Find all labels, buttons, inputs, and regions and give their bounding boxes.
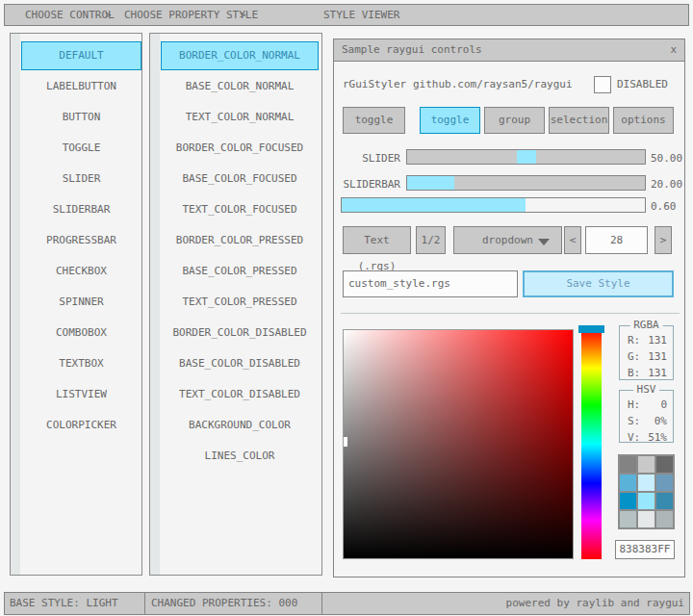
progressbar-value: 0.60 bbox=[651, 200, 677, 213]
swatch-border-pressed[interactable] bbox=[620, 493, 636, 509]
hsv-v-value: 51% bbox=[648, 429, 667, 446]
swatch-base-disabled[interactable] bbox=[638, 511, 654, 527]
list-item-border-color-focused[interactable]: BORDER_COLOR_FOCUSED bbox=[161, 134, 319, 163]
list-item-base-color-normal[interactable]: BASE_COLOR_NORMAL bbox=[161, 72, 319, 101]
progressbar bbox=[341, 197, 646, 213]
spinner-increment-button[interactable]: > bbox=[654, 226, 672, 254]
toggle-button[interactable]: toggle bbox=[343, 107, 405, 134]
swatch-border-disabled[interactable] bbox=[620, 511, 636, 527]
toggle-group-item-options[interactable]: options bbox=[613, 107, 674, 134]
list-item-background-color[interactable]: BACKGROUND_COLOR bbox=[161, 411, 319, 440]
separator-line bbox=[341, 313, 680, 314]
list-item-base-color-disabled[interactable]: BASE_COLOR_DISABLED bbox=[161, 349, 319, 378]
list-item-text-color-normal[interactable]: TEXT_COLOR_NORMAL bbox=[161, 103, 319, 132]
swatch-border-normal[interactable] bbox=[620, 456, 636, 473]
list-item-border-color-pressed[interactable]: BORDER_COLOR_PRESSED bbox=[161, 226, 319, 255]
list-item-textbox[interactable]: TEXTBOX bbox=[21, 349, 141, 378]
list-item-slider[interactable]: SLIDER bbox=[21, 165, 141, 193]
rgba-groupbox-title: RGBA bbox=[629, 320, 663, 331]
sliderbar-value: 20.00 bbox=[651, 178, 682, 191]
toggle-group-item-selection[interactable]: selection bbox=[549, 107, 609, 134]
toggle-group-item-toggle[interactable]: toggle bbox=[420, 107, 480, 134]
sliderbar-label: SLIDERBAR bbox=[334, 178, 400, 191]
list-item-listview[interactable]: LISTVIEW bbox=[21, 380, 141, 409]
close-icon[interactable]: x bbox=[670, 39, 677, 61]
spinner-value-box[interactable]: 28 bbox=[585, 226, 648, 254]
top-breadcrumb-bar: CHOOSE CONTROL > CHOOSE PROPERTY STYLE >… bbox=[4, 4, 689, 26]
toggle-group-item-group[interactable]: group bbox=[484, 107, 545, 134]
dropdown-select[interactable]: dropdown bbox=[453, 226, 562, 254]
hsv-h-label: H: bbox=[628, 398, 640, 411]
status-changed-properties: CHANGED PROPERTIES: 000 bbox=[144, 592, 328, 615]
controls-list-scrollbar[interactable] bbox=[11, 34, 20, 575]
swatch-text-focused[interactable] bbox=[656, 475, 673, 491]
save-style-button[interactable]: Save Style bbox=[523, 270, 674, 297]
swatch-base-pressed[interactable] bbox=[638, 493, 654, 509]
text-rgs-button[interactable]: Text (.rgs) bbox=[343, 226, 411, 254]
spinner-decrement-button[interactable]: < bbox=[564, 226, 581, 254]
list-item-labelbutton[interactable]: LABELBUTTON bbox=[21, 72, 141, 101]
hsv-v-label: V: bbox=[628, 431, 640, 444]
controls-list-panel: DEFAULT LABELBUTTON BUTTON TOGGLE SLIDER… bbox=[10, 33, 142, 576]
list-item-toggle[interactable]: TOGGLE bbox=[21, 134, 141, 163]
rgba-b-value: 131 bbox=[648, 365, 667, 381]
swatch-base-normal[interactable] bbox=[638, 456, 654, 473]
color-picker-area[interactable] bbox=[343, 329, 574, 559]
list-item-text-color-focused[interactable]: TEXT_COLOR_FOCUSED bbox=[161, 195, 319, 224]
disabled-checkbox-label: DISABLED bbox=[617, 78, 668, 90]
list-item-default[interactable]: DEFAULT bbox=[21, 41, 141, 70]
hsv-s-value: 0% bbox=[654, 413, 667, 429]
chevron-right-icon: > bbox=[105, 5, 112, 25]
slider-value: 50.00 bbox=[651, 152, 682, 165]
repo-link-label: github.com/raysan5/raygui bbox=[413, 78, 573, 90]
dropdown-label: dropdown bbox=[482, 234, 533, 246]
color-picker-cursor[interactable] bbox=[344, 437, 347, 447]
status-powered-by: powered by raylib and raygui bbox=[321, 592, 690, 615]
list-item-progressbar[interactable]: PROGRESSBAR bbox=[21, 226, 141, 255]
breadcrumb-choose-property-style: CHOOSE PROPERTY STYLE bbox=[124, 5, 258, 25]
list-item-lines-color[interactable]: LINES_COLOR bbox=[161, 442, 319, 471]
properties-list-panel: BORDER_COLOR_NORMAL BASE_COLOR_NORMAL TE… bbox=[149, 33, 322, 576]
hsv-groupbox: HSV H:0 S:0% V:51% bbox=[619, 390, 674, 443]
swatch-text-pressed[interactable] bbox=[656, 493, 673, 509]
style-color-swatch-grid bbox=[618, 454, 675, 529]
list-item-checkbox[interactable]: CHECKBOX bbox=[21, 257, 141, 286]
list-item-base-color-focused[interactable]: BASE_COLOR_FOCUSED bbox=[161, 165, 319, 193]
slider-knob[interactable] bbox=[517, 150, 536, 164]
half-button[interactable]: 1/2 bbox=[416, 226, 446, 254]
hue-bar[interactable] bbox=[581, 329, 602, 559]
list-item-text-color-disabled[interactable]: TEXT_COLOR_DISABLED bbox=[161, 380, 319, 409]
hsv-groupbox-title: HSV bbox=[633, 384, 660, 396]
progressbar-fill bbox=[342, 198, 526, 212]
hsv-h-value: 0 bbox=[660, 397, 667, 413]
list-item-base-color-pressed[interactable]: BASE_COLOR_PRESSED bbox=[161, 257, 319, 286]
window-title: Sample raygui controls bbox=[342, 39, 482, 61]
rgba-r-label: R: bbox=[628, 334, 640, 346]
list-item-button[interactable]: BUTTON bbox=[21, 103, 141, 132]
list-item-border-color-normal[interactable]: BORDER_COLOR_NORMAL bbox=[161, 41, 319, 70]
sliderbar[interactable] bbox=[406, 175, 646, 191]
swatch-border-focused[interactable] bbox=[620, 475, 636, 491]
list-item-colorpicker[interactable]: COLORPICKER bbox=[21, 411, 141, 440]
list-item-combobox[interactable]: COMBOBOX bbox=[21, 319, 141, 347]
disabled-checkbox[interactable] bbox=[594, 76, 611, 93]
hex-color-textbox[interactable]: 838383FF bbox=[615, 540, 675, 559]
list-item-border-color-disabled[interactable]: BORDER_COLOR_DISABLED bbox=[161, 319, 319, 347]
hue-handle[interactable] bbox=[578, 325, 604, 333]
list-item-sliderbar[interactable]: SLIDERBAR bbox=[21, 195, 141, 224]
swatch-text-normal[interactable] bbox=[656, 456, 673, 473]
window-titlebar[interactable]: Sample raygui controls x bbox=[334, 39, 684, 62]
swatch-text-disabled[interactable] bbox=[656, 511, 673, 527]
rgba-b-label: B: bbox=[628, 367, 640, 379]
slider[interactable] bbox=[406, 149, 646, 165]
breadcrumb-choose-control: CHOOSE CONTROL bbox=[25, 5, 115, 25]
hsv-s-label: S: bbox=[628, 415, 640, 427]
swatch-base-focused[interactable] bbox=[638, 475, 654, 491]
sliderbar-fill bbox=[407, 176, 454, 190]
filename-textbox[interactable]: custom_style.rgs bbox=[343, 270, 518, 297]
list-item-spinner[interactable]: SPINNER bbox=[21, 288, 141, 317]
slider-label: SLIDER bbox=[334, 152, 400, 165]
properties-list-scrollbar[interactable] bbox=[150, 34, 160, 575]
rgba-g-value: 131 bbox=[648, 348, 667, 365]
list-item-text-color-pressed[interactable]: TEXT_COLOR_PRESSED bbox=[161, 288, 319, 317]
